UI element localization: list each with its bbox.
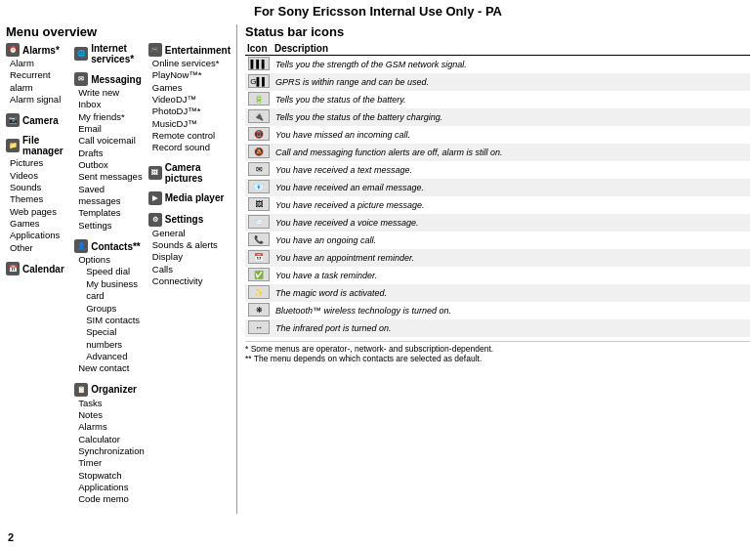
alarms-items: Alarm Recurrent alarm Alarm signal bbox=[6, 58, 70, 106]
file-manager-items: Pictures Videos Sounds Themes Web pages … bbox=[6, 157, 70, 254]
list-item: Calculator bbox=[78, 434, 145, 445]
settings-header: ⚙ Settings bbox=[148, 213, 231, 227]
menu-col-3: 🎮 Entertainment Online services* PlayNow… bbox=[148, 43, 231, 514]
menu-block-entertainment: 🎮 Entertainment Online services* PlayNow… bbox=[148, 43, 231, 154]
media-player-label: Media player bbox=[165, 192, 225, 203]
list-item: My business card bbox=[86, 278, 145, 303]
menu-overview-panel: Menu overview ⏰ Alarms* Alarm Recurrent … bbox=[6, 24, 231, 514]
file-manager-label: File manager bbox=[22, 135, 70, 156]
settings-label: Settings bbox=[165, 214, 203, 225]
list-item: VideoDJ™ bbox=[152, 94, 231, 106]
status-icon-cell: ▌▌▌ bbox=[245, 56, 273, 74]
messaging-label: Messaging bbox=[91, 74, 142, 85]
list-item: Saved messages bbox=[78, 184, 145, 208]
status-desc-cell: The magic word is activated. bbox=[273, 284, 750, 302]
list-item: Other bbox=[10, 242, 70, 254]
list-item: Tasks bbox=[78, 398, 145, 409]
alarms-label: Alarms* bbox=[22, 45, 60, 56]
status-icon: 📞 bbox=[248, 232, 270, 246]
contacts-header: 👤 Contacts** bbox=[74, 239, 145, 253]
menu-block-alarms: ⏰ Alarms* Alarm Recurrent alarm Alarm si… bbox=[6, 43, 70, 106]
table-row: ✅You have a task reminder. bbox=[245, 267, 750, 284]
status-icon: ✅ bbox=[248, 268, 270, 281]
status-icon-cell: 📞 bbox=[245, 232, 273, 249]
status-icon: 📨 bbox=[248, 215, 270, 229]
contacts-subitems: Speed dial My business card Groups SIM c… bbox=[78, 266, 145, 362]
footnote-2: ** The menu depends on which contacts ar… bbox=[245, 354, 750, 363]
table-row: 📅You have an appointment reminder. bbox=[245, 249, 750, 267]
entertainment-icon: 🎮 bbox=[148, 43, 162, 57]
table-row: 📞You have an ongoing call. bbox=[245, 232, 750, 249]
list-item: Remote control bbox=[152, 130, 231, 142]
menu-columns: ⏰ Alarms* Alarm Recurrent alarm Alarm si… bbox=[6, 43, 231, 514]
status-desc-cell: You have an appointment reminder. bbox=[273, 249, 750, 267]
calendar-icon: 📅 bbox=[6, 262, 20, 275]
status-icon: ✉ bbox=[248, 162, 270, 176]
list-item: Sent messages bbox=[78, 171, 145, 183]
status-icon-cell: 🔌 bbox=[245, 108, 273, 126]
list-item: Themes bbox=[10, 193, 70, 205]
list-item: Email bbox=[78, 123, 145, 135]
list-item: Alarm signal bbox=[10, 94, 70, 106]
list-item: Templates bbox=[78, 207, 145, 219]
status-table: Icon Description ▌▌▌Tells you the streng… bbox=[245, 43, 750, 337]
list-item: Speed dial bbox=[86, 266, 145, 277]
table-row: 📵You have missed an incoming call. bbox=[245, 126, 750, 144]
status-desc-cell: You have an ongoing call. bbox=[273, 232, 750, 249]
messaging-items: Write new Inbox My friends* Email Call v… bbox=[74, 87, 145, 232]
status-icon: ❋ bbox=[248, 303, 270, 317]
status-icon-cell: 🔕 bbox=[245, 144, 273, 161]
list-item: Sounds bbox=[10, 182, 70, 193]
table-row: ❋Bluetooth™ wireless technology is turne… bbox=[245, 302, 750, 319]
status-icon: G▌▌ bbox=[248, 74, 270, 88]
list-item: Alarms bbox=[78, 421, 145, 433]
status-icon: 🔕 bbox=[248, 145, 270, 158]
table-row: ✉You have received a text message. bbox=[245, 161, 750, 179]
file-manager-header: 📁 File manager bbox=[6, 135, 70, 156]
menu-block-organizer: 📋 Organizer Tasks Notes Alarms Calculato… bbox=[74, 383, 145, 506]
status-icon-cell: 📧 bbox=[245, 179, 273, 196]
list-item: Notes bbox=[78, 409, 145, 421]
col-header-icon: Icon bbox=[245, 43, 273, 56]
menu-overview-title: Menu overview bbox=[6, 24, 231, 39]
status-icon-cell: 📅 bbox=[245, 249, 273, 267]
status-icon: ↔ bbox=[248, 320, 270, 334]
status-desc-cell: GPRS is within range and can be used. bbox=[273, 73, 750, 91]
status-icon-cell: ✨ bbox=[245, 284, 273, 302]
status-icon-cell: ✉ bbox=[245, 161, 273, 179]
list-item: MusicDJ™ bbox=[152, 118, 231, 130]
status-icon: 🖼 bbox=[248, 197, 270, 211]
list-item: Alarm bbox=[10, 58, 70, 69]
list-item: Timer bbox=[78, 457, 145, 469]
table-row: ▌▌▌Tells you the strength of the GSM net… bbox=[245, 56, 750, 74]
status-desc-cell: You have missed an incoming call. bbox=[273, 126, 750, 144]
list-item: Options Speed dial My business card Grou… bbox=[78, 254, 145, 362]
list-item: Code memo bbox=[78, 493, 145, 505]
contacts-icon: 👤 bbox=[74, 239, 88, 253]
list-item: Videos bbox=[10, 170, 70, 182]
status-desc-cell: Tells you the status of the battery char… bbox=[273, 108, 750, 126]
menu-block-media-player: ▶ Media player bbox=[148, 191, 231, 205]
internet-icon: 🌐 bbox=[74, 47, 88, 61]
camera-pictures-icon: 🖼 bbox=[148, 166, 162, 180]
status-desc-cell: You have received a text message. bbox=[273, 161, 750, 179]
menu-block-messaging: ✉ Messaging Write new Inbox My friends* … bbox=[74, 72, 145, 232]
camera-pictures-label: Camera pictures bbox=[165, 162, 231, 184]
status-icon-cell: 📵 bbox=[245, 126, 273, 144]
status-desc-cell: Tells you the strength of the GSM networ… bbox=[273, 56, 750, 74]
footnotes: * Some menus are operator-, network- and… bbox=[245, 341, 750, 363]
camera-header: 📷 Camera bbox=[6, 113, 70, 127]
list-item: Online services* bbox=[152, 58, 231, 69]
table-row: 📧You have received an email message. bbox=[245, 179, 750, 196]
list-item: PhotoDJ™* bbox=[152, 106, 231, 117]
status-desc-cell: You have received a picture message. bbox=[273, 196, 750, 214]
entertainment-header: 🎮 Entertainment bbox=[148, 43, 231, 57]
status-desc-cell: The infrared port is turned on. bbox=[273, 319, 750, 337]
list-item: Synchronization bbox=[78, 445, 145, 457]
list-item: Connectivity bbox=[152, 275, 231, 287]
list-item: Drafts bbox=[78, 148, 145, 159]
list-item: General bbox=[152, 228, 231, 239]
messaging-icon: ✉ bbox=[74, 72, 88, 86]
list-item: Inbox bbox=[78, 99, 145, 110]
status-icon: 🔋 bbox=[248, 92, 270, 106]
